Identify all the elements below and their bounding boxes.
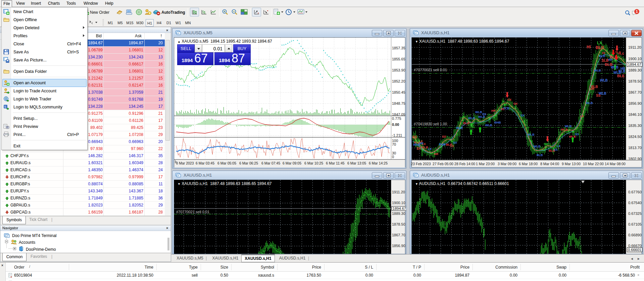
- svg-text:TLB: TLB: [503, 107, 509, 110]
- svg-text:SX: SX: [544, 142, 548, 146]
- svg-text:WLB: WLB: [475, 110, 482, 114]
- svg-text:WLB: WLB: [468, 116, 475, 120]
- svg-text:SS: SS: [482, 112, 486, 116]
- svg-text:WLB: WLB: [561, 128, 568, 131]
- svg-text:SX: SX: [416, 147, 421, 150]
- svg-text:BLB: BLB: [596, 45, 604, 50]
- svg-text:SX: SX: [453, 141, 457, 144]
- svg-text:HR: HR: [434, 152, 438, 156]
- svg-text:SS: SS: [442, 135, 446, 138]
- svg-text:WLB: WLB: [485, 124, 492, 127]
- svg-text:HR: HR: [491, 109, 496, 112]
- svg-text:SLB: SLB: [602, 59, 608, 62]
- svg-text:WLB: WLB: [534, 145, 541, 148]
- svg-text:SX: SX: [513, 102, 517, 105]
- svg-text:WLB: WLB: [528, 133, 535, 136]
- svg-text:WLB: WLB: [611, 65, 618, 69]
- svg-text:BHB: BHB: [439, 143, 446, 146]
- svg-text:WLB: WLB: [600, 79, 608, 82]
- svg-text:BLE: BLE: [617, 74, 625, 78]
- svg-text:BLB: BLB: [591, 85, 598, 89]
- svg-text:SS: SS: [412, 135, 417, 139]
- svg-text:SS: SS: [575, 133, 579, 136]
- svg-text:LX: LX: [557, 144, 561, 148]
- svg-text:WLB: WLB: [565, 125, 572, 128]
- svg-text:LX: LX: [580, 114, 584, 118]
- svg-text:BLB: BLB: [599, 54, 605, 58]
- svg-text:BLB: BLB: [537, 153, 543, 157]
- svg-text:SX: SX: [521, 114, 525, 117]
- svg-text:BHB: BHB: [494, 121, 501, 124]
- svg-text:BLB: BLB: [463, 122, 469, 125]
- svg-text:LX: LX: [597, 41, 602, 45]
- svg-text:WLB: WLB: [599, 92, 606, 95]
- svg-text:WLB: WLB: [456, 126, 463, 130]
- svg-text:LX: LX: [450, 144, 454, 148]
- svg-text:SX: SX: [507, 98, 511, 101]
- svg-text:WLB: WLB: [594, 69, 601, 72]
- svg-text:TLS: TLS: [618, 52, 624, 55]
- svg-text:HI: HI: [602, 51, 605, 55]
- svg-text:SS: SS: [554, 148, 558, 151]
- svg-text:WLB: WLB: [586, 101, 593, 105]
- svg-text:BLB: BLB: [422, 146, 428, 149]
- svg-text:LX: LX: [428, 147, 432, 151]
- svg-text:HR: HR: [419, 142, 424, 145]
- svg-text:HI: HI: [587, 45, 591, 49]
- svg-text:HR: HR: [621, 67, 626, 71]
